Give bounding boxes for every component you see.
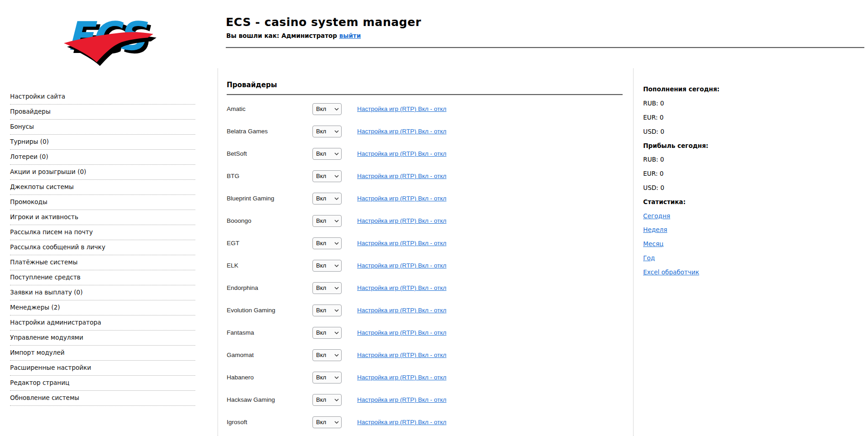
provider-rtp-link[interactable]: Настройка игр (RTP) Вкл - откл <box>357 396 447 403</box>
sidebar-item[interactable]: Промокоды <box>10 195 195 210</box>
sidebar-item[interactable]: Импорт модулей <box>10 346 195 361</box>
sidebar-item-label: Менеджеры (2) <box>10 304 60 311</box>
statistics-title: Статистика: <box>643 194 858 209</box>
provider-name: Booongo <box>227 217 312 224</box>
sidebar-item-label: Джекпоты системы <box>10 183 74 190</box>
sidebar-item[interactable]: Рассылка писем на почту <box>10 225 195 240</box>
sidebar-item[interactable]: Платёжные системы <box>10 255 195 270</box>
provider-rtp-link[interactable]: Настройка игр (RTP) Вкл - откл <box>357 173 447 179</box>
provider-rtp-link[interactable]: Настройка игр (RTP) Вкл - откл <box>357 374 447 381</box>
provider-rtp-link[interactable]: Настройка игр (RTP) Вкл - откл <box>357 240 447 247</box>
provider-row: ELK Вкл Настройка игр (RTP) Вкл - откл <box>227 254 623 277</box>
sidebar-item[interactable]: Рассылка сообщений в личку <box>10 240 195 255</box>
sidebar-item-label: Настройки сайта <box>10 93 65 100</box>
provider-state-select[interactable]: Вкл <box>312 215 342 227</box>
sidebar-item[interactable]: Управление модулями <box>10 331 195 346</box>
sidebar-item[interactable]: Настройки администратора <box>10 315 195 331</box>
deposits-today-title: Пополнения сегодня: <box>643 82 858 96</box>
sidebar-item-label: Рассылка сообщений в личку <box>10 243 105 251</box>
sidebar-item[interactable]: Обновление системы <box>10 391 195 406</box>
provider-name: Gamomat <box>227 352 312 358</box>
provider-rtp-link[interactable]: Настройка игр (RTP) Вкл - откл <box>357 195 447 202</box>
sidebar-item[interactable]: Бонусы <box>10 120 195 135</box>
sidebar-item-label: Расширенные настройки <box>10 364 91 371</box>
sidebar-item-label: Платёжные системы <box>10 258 78 266</box>
sidebar-item[interactable]: Редактор страниц <box>10 376 195 391</box>
sidebar-item[interactable]: Настройки сайта <box>10 89 195 105</box>
provider-rtp-link[interactable]: Настройка игр (RTP) Вкл - откл <box>357 352 447 358</box>
sidebar-item[interactable]: Игроки и активность <box>10 210 195 225</box>
provider-state-select-wrap: Вкл <box>312 126 342 137</box>
provider-rtp-link[interactable]: Настройка игр (RTP) Вкл - откл <box>357 419 447 425</box>
logout-link[interactable]: выйти <box>339 32 361 39</box>
sidebar-item[interactable]: Менеджеры (2) <box>10 300 195 315</box>
sidebar-item[interactable]: Лотереи (0) <box>10 150 195 165</box>
provider-state-select[interactable]: Вкл <box>312 305 342 316</box>
sidebar-item-label: Бонусы <box>10 123 34 130</box>
provider-state-select[interactable]: Вкл <box>312 103 342 115</box>
provider-rtp-link[interactable]: Настройка игр (RTP) Вкл - откл <box>357 217 447 224</box>
provider-state-select[interactable]: Вкл <box>312 193 342 205</box>
provider-state-select-wrap: Вкл <box>312 305 342 316</box>
main-stats-divider <box>633 68 634 436</box>
sidebar-item[interactable]: Джекпоты системы <box>10 180 195 195</box>
provider-rtp-link[interactable]: Настройка игр (RTP) Вкл - откл <box>357 128 447 135</box>
sidebar-item[interactable]: Акции и розыгрыши (0) <box>10 165 195 180</box>
stats-link-excel[interactable]: Excel обработчик <box>643 268 699 276</box>
sidebar-main-divider <box>218 68 218 436</box>
provider-row: Blueprint Gaming Вкл Настройка игр (RTP)… <box>227 187 623 210</box>
stats-link-today[interactable]: Сегодня <box>643 212 670 220</box>
profit-rub: RUB: 0 <box>643 152 858 167</box>
provider-state-select-wrap: Вкл <box>312 327 342 339</box>
provider-state-select-wrap: Вкл <box>312 215 342 227</box>
provider-rtp-link[interactable]: Настройка игр (RTP) Вкл - откл <box>357 329 447 336</box>
profit-today-title: Прибыль сегодня: <box>643 138 858 152</box>
provider-row: Hacksaw Gaming Вкл Настройка игр (RTP) В… <box>227 389 623 411</box>
stats-link-year[interactable]: Год <box>643 254 655 262</box>
provider-rtp-link[interactable]: Настройка игр (RTP) Вкл - откл <box>357 284 447 291</box>
login-prefix: Вы вошли как: <box>226 32 279 39</box>
provider-name: ELK <box>227 262 312 269</box>
ecs-logo: ECS ECS <box>63 8 156 70</box>
sidebar-item[interactable]: Провайдеры <box>10 105 195 120</box>
sidebar-item[interactable]: Заявки на выплату (0) <box>10 285 195 300</box>
provider-rtp-link[interactable]: Настройка игр (RTP) Вкл - откл <box>357 105 447 112</box>
provider-name: Belatra Games <box>227 128 312 135</box>
provider-state-select[interactable]: Вкл <box>312 170 342 182</box>
provider-name: BTG <box>227 173 312 179</box>
deposits-rub: RUB: 0 <box>643 96 858 110</box>
sidebar-menu: Настройки сайта Провайдеры Бонусы Турнир… <box>10 89 195 406</box>
stats-link-month[interactable]: Месяц <box>643 240 664 247</box>
stats-link-week[interactable]: Неделя <box>643 226 667 233</box>
provider-row: Igrosoft Вкл Настройка игр (RTP) Вкл - о… <box>227 411 623 433</box>
provider-state-select[interactable]: Вкл <box>312 327 342 339</box>
sidebar-item-label: Акции и розыгрыши (0) <box>10 168 86 175</box>
provider-state-select-wrap: Вкл <box>312 148 342 160</box>
sidebar-item-label: Провайдеры <box>10 108 51 115</box>
provider-state-select[interactable]: Вкл <box>312 148 342 160</box>
provider-state-select[interactable]: Вкл <box>312 237 342 249</box>
sidebar-item[interactable]: Расширенные настройки <box>10 361 195 376</box>
sidebar-item[interactable]: Турниры (0) <box>10 135 195 150</box>
provider-state-select[interactable]: Вкл <box>312 372 342 383</box>
provider-state-select[interactable]: Вкл <box>312 349 342 361</box>
sidebar-item[interactable]: Поступление средств <box>10 270 195 285</box>
provider-row: EGT Вкл Настройка игр (RTP) Вкл - откл <box>227 232 623 254</box>
sidebar-item-label: Промокоды <box>10 198 47 205</box>
provider-rtp-link[interactable]: Настройка игр (RTP) Вкл - откл <box>357 262 447 269</box>
sidebar-item-label: Поступление средств <box>10 273 81 281</box>
sidebar-item-label: Заявки на выплату (0) <box>10 289 83 296</box>
provider-state-select-wrap: Вкл <box>312 394 342 406</box>
provider-state-select[interactable]: Вкл <box>312 126 342 137</box>
header-divider <box>226 47 864 48</box>
provider-state-select[interactable]: Вкл <box>312 394 342 406</box>
provider-state-select[interactable]: Вкл <box>312 416 342 428</box>
provider-state-select[interactable]: Вкл <box>312 282 342 294</box>
provider-name: Evolution Gaming <box>227 307 312 314</box>
provider-rtp-link[interactable]: Настройка игр (RTP) Вкл - откл <box>357 307 447 314</box>
sidebar-item-label: Лотереи (0) <box>10 153 48 160</box>
provider-rtp-link[interactable]: Настройка игр (RTP) Вкл - откл <box>357 150 447 157</box>
provider-state-select[interactable]: Вкл <box>312 260 342 272</box>
login-status: Вы вошли как: Администратор выйти <box>226 32 361 39</box>
provider-state-select-wrap: Вкл <box>312 349 342 361</box>
